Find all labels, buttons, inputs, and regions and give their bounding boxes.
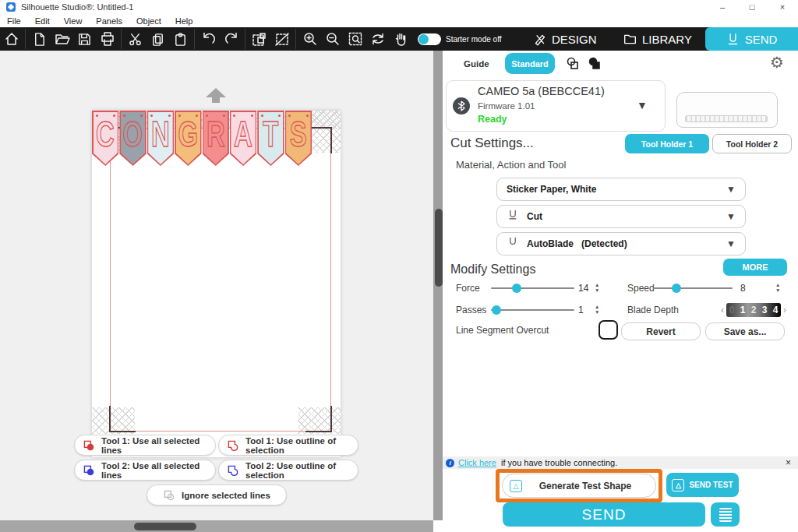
material-dropdown[interactable]: Sticker Paper, White ▼ bbox=[496, 178, 746, 201]
send-button[interactable]: SEND bbox=[503, 502, 705, 527]
undo-icon[interactable] bbox=[197, 27, 220, 51]
new-document-icon[interactable] bbox=[28, 27, 51, 51]
overcut-checkbox[interactable] bbox=[598, 320, 618, 340]
outline-shape-icon bbox=[227, 464, 239, 477]
menu-help[interactable]: Help bbox=[168, 16, 200, 26]
dial-right-icon[interactable]: › bbox=[783, 303, 786, 317]
flip-view-icon[interactable] bbox=[366, 27, 389, 51]
caret-down-icon: ▼ bbox=[726, 238, 736, 249]
print-icon[interactable] bbox=[96, 27, 118, 51]
force-slider-handle[interactable] bbox=[512, 284, 521, 293]
speed-stepper[interactable]: ▲▼ bbox=[775, 282, 780, 293]
feed-direction-arrow-stem bbox=[212, 97, 220, 103]
horizontal-scrollbar-thumb[interactable] bbox=[134, 523, 196, 530]
queue-list-icon bbox=[719, 508, 732, 522]
paste-icon[interactable] bbox=[169, 27, 192, 51]
toolbar-separator bbox=[245, 29, 245, 49]
starter-mode-toggle[interactable] bbox=[418, 33, 441, 45]
device-dropdown-caret-icon[interactable]: ▼ bbox=[637, 99, 648, 111]
select-all-icon[interactable] bbox=[248, 27, 270, 51]
job-queue-button[interactable] bbox=[711, 502, 740, 527]
device-status: Ready bbox=[478, 114, 507, 125]
tab-standard-active[interactable]: Standard bbox=[505, 53, 555, 74]
generate-test-shape-button[interactable]: △ Generate Test Shape bbox=[502, 474, 656, 498]
settings-gear-icon[interactable]: ⚙ bbox=[770, 53, 784, 72]
menu-file[interactable]: File bbox=[0, 16, 28, 26]
tool2-outline-button[interactable]: Tool 2: Use outline of selection bbox=[218, 460, 358, 481]
passes-slider[interactable] bbox=[491, 309, 574, 311]
tool-holder-1-tab[interactable]: Tool Holder 1 bbox=[625, 134, 709, 153]
bluetooth-icon bbox=[453, 97, 470, 115]
tool-dropdown[interactable]: AutoBlade (Detected) ▼ bbox=[496, 232, 746, 255]
line-button-label: Tool 1: Use outline of selection bbox=[245, 436, 350, 455]
blade-depth-dial[interactable]: ‹ 01234 › bbox=[721, 303, 786, 317]
pan-hand-icon[interactable] bbox=[389, 27, 411, 51]
tab-library[interactable]: LIBRARY bbox=[623, 27, 692, 51]
deselect-icon[interactable] bbox=[270, 27, 293, 51]
passes-slider-handle[interactable] bbox=[492, 305, 501, 315]
open-file-icon[interactable] bbox=[51, 27, 73, 51]
zoom-in-icon[interactable] bbox=[298, 27, 321, 51]
force-slider[interactable] bbox=[491, 287, 574, 289]
cut-scissors-icon[interactable] bbox=[124, 27, 147, 51]
close-button[interactable]: × bbox=[777, 2, 788, 12]
trouble-connecting-link[interactable]: Click here bbox=[458, 458, 496, 467]
minimize-button[interactable]: – bbox=[717, 2, 728, 12]
line-button-label: Ignore selected lines bbox=[182, 491, 270, 500]
test-shape-icon: △ bbox=[672, 479, 684, 491]
overlap-shapes-icon bbox=[163, 489, 175, 502]
revert-button[interactable]: Revert bbox=[621, 322, 701, 340]
tool2-all-lines-button[interactable]: Tool 2: Use all selected lines bbox=[74, 460, 216, 481]
menu-edit[interactable]: Edit bbox=[28, 16, 57, 26]
speed-slider-handle[interactable] bbox=[672, 284, 681, 293]
tool1-all-lines-button[interactable]: Tool 1: Use all selected lines bbox=[74, 435, 216, 456]
more-button[interactable]: MORE bbox=[723, 259, 787, 276]
menu-object[interactable]: Object bbox=[129, 16, 168, 26]
dismiss-info-icon[interactable]: × bbox=[786, 457, 791, 468]
home-icon[interactable] bbox=[0, 27, 23, 51]
tab-guide[interactable]: Guide bbox=[464, 59, 489, 69]
toggle-knob bbox=[418, 34, 429, 44]
passes-stepper[interactable]: ▲▼ bbox=[595, 304, 599, 315]
force-stepper[interactable]: ▲▼ bbox=[595, 282, 599, 293]
toolbar-separator bbox=[25, 29, 26, 49]
outline-shape-icon bbox=[227, 439, 239, 452]
menu-view[interactable]: View bbox=[57, 16, 90, 26]
force-value: 14 bbox=[578, 283, 588, 294]
tab-design[interactable]: DESIGN bbox=[533, 27, 597, 51]
dial-left-icon[interactable]: ‹ bbox=[721, 303, 724, 317]
banner-letter: N bbox=[151, 112, 170, 156]
media-sheet: C O N G R A T S bbox=[92, 111, 341, 457]
copy-icon[interactable] bbox=[147, 27, 169, 51]
device-card: CAMEO 5a (BEBCCE41) Firmware 1.01 Ready … bbox=[446, 80, 666, 132]
send-test-button[interactable]: △ SEND TEST bbox=[666, 473, 739, 497]
action-value: Cut bbox=[527, 211, 542, 222]
zoom-selection-icon[interactable] bbox=[344, 27, 366, 51]
ignore-lines-button[interactable]: Ignore selected lines bbox=[147, 484, 287, 506]
banner-letter: S bbox=[290, 112, 307, 156]
maximize-button[interactable]: □ bbox=[747, 2, 757, 12]
save-icon[interactable] bbox=[73, 27, 96, 51]
horizontal-scrollbar[interactable] bbox=[0, 520, 433, 532]
save-as-button[interactable]: Save as... bbox=[705, 322, 785, 340]
banner-letter: T bbox=[263, 112, 278, 156]
redo-icon[interactable] bbox=[220, 27, 242, 51]
menu-panels[interactable]: Panels bbox=[89, 16, 129, 26]
vertical-scrollbar-thumb[interactable] bbox=[435, 209, 443, 287]
toolbar-separator bbox=[295, 29, 296, 49]
tab-send-active[interactable]: SEND bbox=[705, 27, 798, 51]
overlap-outline-icon[interactable] bbox=[565, 56, 581, 72]
action-dropdown[interactable]: Cut ▼ bbox=[496, 205, 746, 228]
overlap-filled-icon[interactable] bbox=[587, 56, 602, 72]
tool1-outline-button[interactable]: Tool 1: Use outline of selection bbox=[218, 435, 358, 456]
caret-down-icon: ▼ bbox=[726, 211, 736, 222]
send-panel: Guide Standard ⚙ CAMEO 5a (BEBCCE41) Fir… bbox=[443, 51, 798, 532]
info-icon: i bbox=[446, 459, 454, 467]
tool-holder-2-tab[interactable]: Tool Holder 2 bbox=[712, 134, 792, 153]
device-name: CAMEO 5a (BEBCCE41) bbox=[478, 85, 605, 97]
zoom-out-icon[interactable] bbox=[321, 27, 344, 51]
tool-icon bbox=[507, 236, 519, 252]
tab-library-label: LIBRARY bbox=[642, 33, 692, 46]
cut-settings-title: Cut Settings... bbox=[450, 136, 534, 151]
speed-slider[interactable] bbox=[653, 287, 733, 289]
